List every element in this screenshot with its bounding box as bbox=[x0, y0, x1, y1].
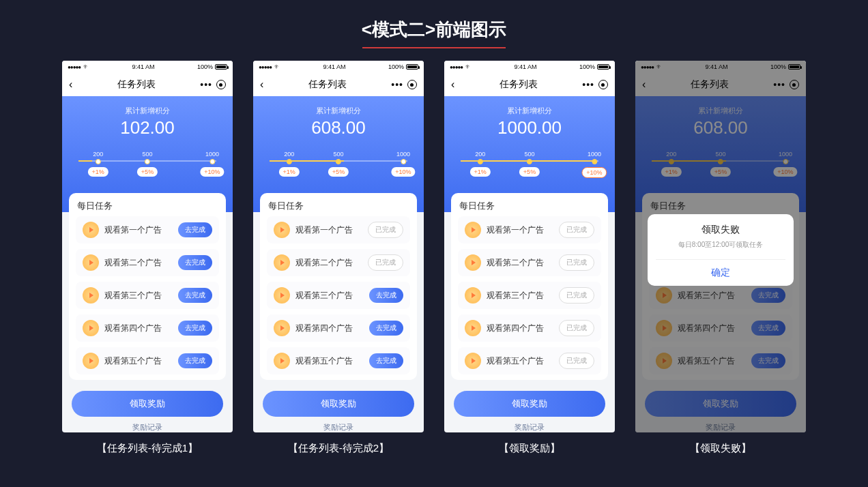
signal-dots-icon: ●●●●● bbox=[259, 64, 272, 70]
play-ad-icon bbox=[83, 254, 99, 271]
task-done-button[interactable]: 已完成 bbox=[559, 254, 594, 271]
task-go-button[interactable]: 去完成 bbox=[178, 222, 212, 237]
modal-ok-button[interactable]: 确定 bbox=[656, 260, 785, 286]
nav-title: 任务列表 bbox=[308, 78, 347, 91]
claim-reward-button[interactable]: 领取奖励 bbox=[263, 391, 414, 417]
battery-pct: 100% bbox=[197, 63, 213, 70]
milestone-dot-icon bbox=[401, 159, 406, 164]
reward-record-link[interactable]: 奖励记录 bbox=[454, 422, 605, 432]
task-list: 观看第一个广告 已完成 观看第二个广告 已完成 观看第三个广告 去完成 观看第四… bbox=[267, 216, 410, 374]
reward-record-link[interactable]: 奖励记录 bbox=[645, 422, 796, 432]
status-time: 9:41 AM bbox=[323, 63, 346, 70]
task-row: 观看第三个广告 去完成 bbox=[649, 282, 792, 309]
play-ad-icon bbox=[274, 254, 290, 271]
task-go-button[interactable]: 去完成 bbox=[178, 288, 212, 303]
task-row: 观看第二个广告 已完成 bbox=[267, 249, 410, 276]
task-go-button[interactable]: 去完成 bbox=[178, 255, 212, 270]
milestone-bonus: +10% bbox=[391, 167, 415, 177]
task-row: 观看第二个广告 已完成 bbox=[458, 249, 601, 276]
points-label: 累计新增积分 bbox=[452, 106, 607, 116]
task-label: 观看第一个广告 bbox=[295, 224, 362, 236]
milestone-bonus: +10% bbox=[200, 167, 224, 177]
task-go-button[interactable]: 去完成 bbox=[178, 321, 212, 336]
task-go-button[interactable]: 去完成 bbox=[369, 321, 403, 336]
task-done-button[interactable]: 已完成 bbox=[559, 287, 594, 304]
task-done-button[interactable]: 已完成 bbox=[368, 254, 403, 271]
task-row: 观看第一个广告 已完成 bbox=[458, 216, 601, 244]
tasks-header: 每日任务 bbox=[76, 200, 219, 212]
milestone-threshold: 500 bbox=[524, 151, 534, 158]
back-icon[interactable]: ‹ bbox=[451, 78, 454, 91]
phones-row: ●●●●● ᯤ 9:41 AM 100% ‹ 任务列表 ••• 累计新增积分 1… bbox=[0, 61, 868, 455]
play-ad-icon bbox=[83, 353, 99, 369]
status-bar: ●●●●● ᯤ 9:41 AM 100% bbox=[62, 61, 233, 73]
points-label: 累计新增积分 bbox=[261, 106, 416, 116]
claim-reward-button[interactable]: 领取奖励 bbox=[645, 391, 796, 417]
milestone-bonus: +10% bbox=[581, 167, 607, 178]
points-value: 608.00 bbox=[261, 117, 416, 138]
task-card: 每日任务 观看第一个广告 已完成 观看第二个广告 已完成 观看第三个广告 已完成… bbox=[451, 193, 608, 380]
target-icon[interactable] bbox=[598, 80, 608, 89]
phone-column: ●●●●● ᯤ 9:41 AM 100% ‹ 任务列表 ••• 累计新增积分 6… bbox=[253, 61, 424, 455]
tasks-header: 每日任务 bbox=[649, 200, 792, 212]
back-icon[interactable]: ‹ bbox=[642, 78, 646, 91]
status-bar: ●●●●● ᯤ 9:41 AM 100% bbox=[444, 61, 615, 73]
milestone-bonus: +1% bbox=[88, 167, 108, 177]
task-row: 观看第四个广告 去完成 bbox=[76, 314, 219, 342]
task-row: 观看第三个广告 去完成 bbox=[267, 282, 410, 309]
task-label: 观看第四个广告 bbox=[104, 323, 173, 334]
menu-dots-icon[interactable]: ••• bbox=[582, 79, 594, 90]
play-ad-icon bbox=[274, 222, 290, 238]
task-card: 每日任务 观看第一个广告 去完成 观看第二个广告 去完成 观看第三个广告 去完成… bbox=[69, 193, 226, 380]
phone-screen: ●●●●● ᯤ 9:41 AM 100% ‹ 任务列表 ••• 累计新增积分 6… bbox=[635, 61, 806, 432]
task-go-button[interactable]: 去完成 bbox=[751, 321, 785, 336]
task-done-button[interactable]: 已完成 bbox=[368, 222, 403, 238]
task-row: 观看第五个广告 去完成 bbox=[267, 347, 410, 374]
task-label: 观看第二个广告 bbox=[295, 257, 362, 269]
task-label: 观看第二个广告 bbox=[104, 257, 173, 269]
task-go-button[interactable]: 去完成 bbox=[178, 353, 212, 368]
play-ad-icon bbox=[656, 287, 672, 304]
target-icon[interactable] bbox=[216, 80, 226, 89]
screen-caption: 【领取失败】 bbox=[690, 442, 751, 455]
play-ad-icon bbox=[656, 353, 672, 369]
task-done-button[interactable]: 已完成 bbox=[559, 222, 594, 238]
points-value: 608.00 bbox=[643, 117, 798, 138]
task-done-button[interactable]: 已完成 bbox=[559, 320, 594, 336]
task-go-button[interactable]: 去完成 bbox=[369, 288, 403, 303]
play-ad-icon bbox=[83, 287, 99, 304]
task-label: 观看第五个广告 bbox=[487, 355, 553, 367]
back-icon[interactable]: ‹ bbox=[260, 78, 263, 91]
milestone-dot-icon bbox=[209, 159, 215, 164]
milestone-dot-icon bbox=[287, 159, 292, 164]
task-go-button[interactable]: 去完成 bbox=[751, 353, 785, 368]
task-done-button[interactable]: 已完成 bbox=[559, 353, 594, 369]
screen-caption: 【任务列表-待完成2】 bbox=[288, 442, 389, 455]
task-row: 观看第五个广告 去完成 bbox=[649, 347, 792, 374]
menu-dots-icon[interactable]: ••• bbox=[391, 79, 403, 90]
claim-reward-button[interactable]: 领取奖励 bbox=[454, 391, 605, 417]
play-ad-icon bbox=[465, 254, 481, 271]
milestone-threshold: 200 bbox=[666, 151, 676, 158]
title-underline bbox=[362, 47, 506, 48]
task-go-button[interactable]: 去完成 bbox=[369, 353, 403, 368]
target-icon[interactable] bbox=[407, 80, 417, 89]
battery-pct: 100% bbox=[770, 63, 786, 70]
play-ad-icon bbox=[465, 287, 481, 304]
phone-column: ●●●●● ᯤ 9:41 AM 100% ‹ 任务列表 ••• 累计新增积分 1… bbox=[444, 61, 615, 455]
play-ad-icon bbox=[83, 222, 99, 238]
battery-icon bbox=[215, 64, 227, 70]
claim-reward-button[interactable]: 领取奖励 bbox=[72, 391, 223, 417]
back-icon[interactable]: ‹ bbox=[69, 78, 72, 91]
milestone-threshold: 1000 bbox=[205, 151, 219, 158]
menu-dots-icon[interactable]: ••• bbox=[773, 79, 785, 90]
reward-record-link[interactable]: 奖励记录 bbox=[72, 422, 223, 432]
task-row: 观看第三个广告 已完成 bbox=[458, 282, 601, 309]
status-time: 9:41 AM bbox=[132, 63, 155, 70]
target-icon[interactable] bbox=[790, 80, 799, 89]
play-ad-icon bbox=[465, 320, 481, 336]
task-go-button[interactable]: 去完成 bbox=[751, 288, 785, 303]
reward-record-link[interactable]: 奖励记录 bbox=[263, 422, 414, 432]
task-label: 观看第二个广告 bbox=[487, 257, 553, 269]
menu-dots-icon[interactable]: ••• bbox=[200, 79, 212, 90]
